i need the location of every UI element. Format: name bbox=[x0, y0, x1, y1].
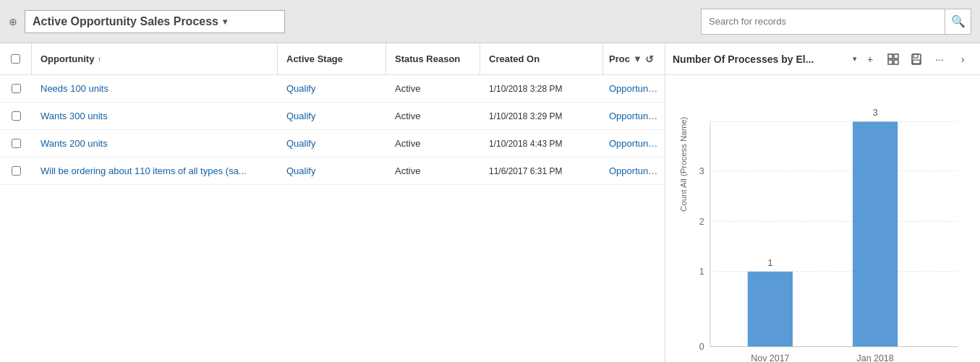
chart-more-button[interactable]: ··· bbox=[929, 49, 950, 69]
search-area: 🔍 bbox=[701, 9, 971, 35]
search-button[interactable]: 🔍 bbox=[945, 9, 971, 35]
row-stage[interactable]: Qualify bbox=[278, 138, 386, 149]
row-created: 1/10/2018 3:29 PM bbox=[480, 111, 603, 121]
refresh-icon[interactable]: ↺ bbox=[645, 53, 654, 65]
y-tick-1: 1 bbox=[699, 267, 704, 277]
table-row: Wants 200 units Qualify Active 1/10/2018… bbox=[0, 130, 665, 158]
chart-save-button[interactable] bbox=[906, 49, 926, 69]
row-created: 1/10/2018 4:43 PM bbox=[480, 139, 603, 149]
row-status: Active bbox=[386, 138, 480, 149]
row-created: 11/6/2017 6:31 PM bbox=[480, 166, 603, 176]
col-header-process[interactable]: Proc ▼ ↺ bbox=[603, 43, 665, 74]
view-title: Active Opportunity Sales Process bbox=[33, 15, 218, 28]
row-opportunity-link[interactable]: Wants 300 units bbox=[32, 111, 278, 121]
filter-icon[interactable]: ▼ bbox=[633, 53, 642, 64]
row-status: Active bbox=[386, 165, 480, 176]
table-header: Opportunity ↑ Active Stage Status Reason… bbox=[0, 43, 665, 75]
row-opportunity-link[interactable]: Will be ordering about 110 items of all … bbox=[32, 165, 278, 176]
row-stage[interactable]: Qualify bbox=[278, 83, 386, 94]
row-opportunity-link[interactable]: Needs 100 units bbox=[32, 83, 278, 94]
title-dropdown-icon[interactable]: ▾ bbox=[223, 17, 227, 27]
chart-area: Count All (Process Name) 0 1 2 3 bbox=[665, 75, 980, 362]
x-label-nov2017: Nov 2017 bbox=[751, 353, 789, 362]
col-process-label: Proc bbox=[609, 53, 630, 64]
table-row: Needs 100 units Qualify Active 1/10/2018… bbox=[0, 75, 665, 103]
svg-rect-0 bbox=[888, 54, 892, 59]
col-header-opportunity[interactable]: Opportunity ↑ bbox=[32, 43, 278, 74]
bar-chart: Count All (Process Name) 0 1 2 3 bbox=[673, 82, 973, 362]
y-tick-3: 3 bbox=[699, 166, 704, 176]
row-checkbox[interactable] bbox=[12, 166, 21, 176]
row-created: 1/10/2018 3:28 PM bbox=[480, 84, 603, 94]
bar-nov-2017 bbox=[748, 272, 793, 347]
row-process[interactable]: Opportunity Sa... bbox=[603, 138, 665, 149]
row-process[interactable]: Opportunity Sa... bbox=[603, 165, 665, 176]
row-stage[interactable]: Qualify bbox=[278, 111, 386, 121]
y-tick-0: 0 bbox=[699, 342, 704, 352]
select-all-checkbox-cell[interactable] bbox=[0, 43, 32, 74]
bar-jan-2018 bbox=[853, 121, 898, 346]
svg-rect-6 bbox=[913, 60, 920, 64]
row-checkbox-cell[interactable] bbox=[0, 84, 32, 93]
bar-label-jan2018: 3 bbox=[873, 108, 878, 118]
y-tick-2: 2 bbox=[699, 217, 704, 227]
row-status: Active bbox=[386, 83, 480, 94]
col-header-status[interactable]: Status Reason bbox=[386, 43, 480, 74]
sort-arrow-icon[interactable]: ↑ bbox=[97, 55, 101, 64]
chart-add-button[interactable]: + bbox=[860, 49, 880, 69]
table-row: Will be ordering about 110 items of all … bbox=[0, 158, 665, 185]
table-body: Needs 100 units Qualify Active 1/10/2018… bbox=[0, 75, 665, 185]
top-bar: ⊕ Active Opportunity Sales Process ▾ 🔍 bbox=[0, 0, 980, 43]
chart-panel: Number Of Processes by El... ▾ + ··· bbox=[665, 43, 980, 362]
search-icon: 🔍 bbox=[951, 14, 966, 28]
chart-layout-icon bbox=[887, 53, 899, 65]
col-header-stage[interactable]: Active Stage bbox=[278, 43, 386, 74]
save-icon bbox=[911, 53, 922, 65]
row-checkbox[interactable] bbox=[12, 139, 21, 148]
row-checkbox-cell[interactable] bbox=[0, 111, 32, 121]
col-status-label: Status Reason bbox=[395, 53, 460, 64]
chart-title: Number Of Processes by El... bbox=[673, 53, 850, 65]
x-label-jan2018: Jan 2018 bbox=[857, 353, 894, 362]
chart-layout-button[interactable] bbox=[883, 49, 903, 69]
row-process[interactable]: Opportunity Sa... bbox=[603, 83, 665, 94]
chart-expand-button[interactable]: › bbox=[953, 49, 973, 69]
row-process[interactable]: Opportunity Sa... bbox=[603, 111, 665, 121]
pin-icon: ⊕ bbox=[9, 16, 17, 27]
search-input[interactable] bbox=[701, 9, 945, 35]
row-checkbox-cell[interactable] bbox=[0, 166, 32, 176]
col-header-created[interactable]: Created On bbox=[480, 43, 603, 74]
view-title-box[interactable]: Active Opportunity Sales Process ▾ bbox=[25, 10, 285, 33]
chart-title-dropdown-icon[interactable]: ▾ bbox=[853, 54, 857, 64]
table-panel: Opportunity ↑ Active Stage Status Reason… bbox=[0, 43, 665, 362]
col-stage-label: Active Stage bbox=[286, 53, 343, 64]
bar-label-nov2017: 1 bbox=[767, 258, 772, 268]
row-checkbox[interactable] bbox=[12, 84, 21, 93]
select-all-checkbox[interactable] bbox=[11, 54, 20, 64]
svg-rect-3 bbox=[894, 60, 898, 64]
row-opportunity-link[interactable]: Wants 200 units bbox=[32, 138, 278, 149]
row-checkbox-cell[interactable] bbox=[0, 139, 32, 148]
col-opportunity-label: Opportunity bbox=[41, 53, 94, 64]
y-axis-label: Count All (Process Name) bbox=[679, 116, 688, 211]
row-checkbox[interactable] bbox=[12, 111, 21, 121]
svg-rect-1 bbox=[894, 54, 898, 59]
row-status: Active bbox=[386, 111, 480, 121]
table-row: Wants 300 units Qualify Active 1/10/2018… bbox=[0, 103, 665, 130]
chart-header: Number Of Processes by El... ▾ + ··· bbox=[665, 43, 980, 75]
main-content: Opportunity ↑ Active Stage Status Reason… bbox=[0, 43, 980, 362]
row-stage[interactable]: Qualify bbox=[278, 165, 386, 176]
col-created-label: Created On bbox=[489, 53, 540, 64]
svg-rect-2 bbox=[888, 60, 892, 64]
